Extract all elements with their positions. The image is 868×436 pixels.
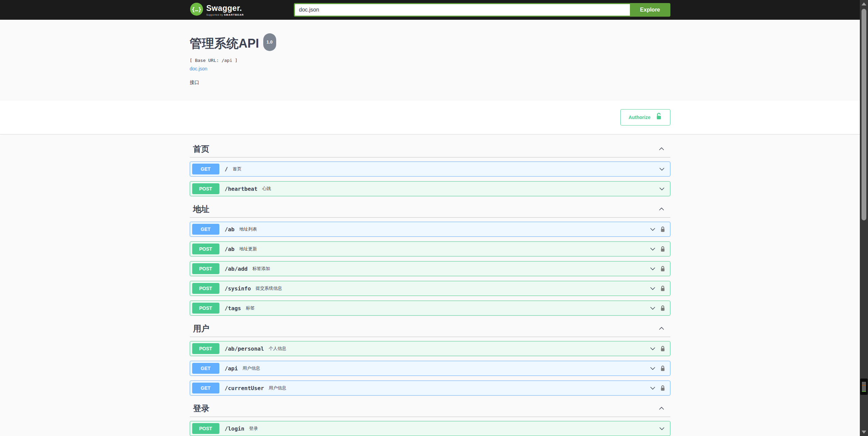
chevron-down-icon[interactable] bbox=[649, 345, 656, 352]
chevron-down-icon[interactable] bbox=[658, 166, 665, 172]
section-title: 首页 bbox=[193, 144, 210, 154]
operation-summary: 首页 bbox=[233, 166, 241, 172]
lock-icon[interactable] bbox=[660, 246, 665, 252]
operation-path: /login bbox=[225, 425, 245, 432]
api-description: 接口 bbox=[190, 80, 670, 86]
operation-path: /ab bbox=[225, 226, 235, 233]
spec-link[interactable]: doc.json bbox=[190, 66, 207, 71]
operation-summary: 心跳 bbox=[262, 186, 271, 192]
method-badge: POST bbox=[192, 423, 219, 434]
scheme-container: Authorize bbox=[0, 101, 860, 134]
operation-summary: 用户信息 bbox=[269, 385, 286, 391]
method-badge: GET bbox=[192, 383, 219, 393]
section-header[interactable]: 用户 bbox=[190, 320, 670, 337]
lock-icon[interactable] bbox=[660, 346, 665, 352]
section-header[interactable]: 首页 bbox=[190, 141, 670, 157]
scrollbar bbox=[860, 0, 868, 436]
chevron-up-icon[interactable] bbox=[658, 325, 665, 332]
authorize-label: Authorize bbox=[629, 114, 651, 121]
lock-icon[interactable] bbox=[660, 266, 665, 272]
operation-path: /currentUser bbox=[225, 385, 264, 391]
scrollbar-thumb[interactable] bbox=[862, 9, 866, 220]
tag-section: 首页GET/首页POST/heartbeat心跳 bbox=[190, 141, 670, 196]
operations: 首页GET/首页POST/heartbeat心跳地址GET/ab地址列表POST… bbox=[190, 141, 670, 436]
operation-summary: 地址更新 bbox=[239, 246, 257, 252]
operation-path: /sysinfo bbox=[225, 285, 251, 292]
brand-subtitle: Supported by SMARTBEAR bbox=[206, 13, 244, 16]
section-title: 地址 bbox=[193, 204, 210, 214]
lock-icon[interactable] bbox=[660, 226, 665, 233]
chevron-up-icon[interactable] bbox=[658, 206, 665, 213]
authorize-button[interactable]: Authorize bbox=[620, 109, 670, 125]
operation-row[interactable]: POST/tags标签 bbox=[190, 301, 670, 316]
scroll-minimap bbox=[860, 379, 868, 395]
operation-controls bbox=[649, 285, 670, 292]
operation-path: /ab bbox=[225, 246, 235, 252]
chevron-down-icon[interactable] bbox=[649, 285, 656, 292]
swagger-brand: {…} Swagger. Supported by SMARTBEAR bbox=[190, 2, 244, 17]
operation-row[interactable]: GET/ab地址列表 bbox=[190, 222, 670, 237]
lock-icon[interactable] bbox=[660, 385, 665, 391]
operation-path: /api bbox=[225, 365, 238, 372]
scrollbar-up-arrow[interactable] bbox=[862, 2, 866, 5]
operation-path: /ab/add bbox=[225, 266, 248, 272]
operation-row[interactable]: POST/heartbeat心跳 bbox=[190, 181, 670, 196]
section-title: 用户 bbox=[193, 324, 210, 333]
chevron-down-icon[interactable] bbox=[649, 365, 656, 372]
operation-controls bbox=[649, 226, 670, 233]
operation-row[interactable]: POST/ab/personal个人信息 bbox=[190, 341, 670, 356]
api-title: 管理系统API1.0 bbox=[190, 36, 670, 55]
operation-summary: 用户信息 bbox=[243, 365, 260, 371]
unlock-icon bbox=[655, 113, 662, 122]
operation-summary: 标签 bbox=[246, 305, 255, 311]
method-badge: POST bbox=[192, 263, 219, 274]
section-header[interactable]: 登录 bbox=[190, 400, 670, 417]
operation-path: /heartbeat bbox=[225, 186, 257, 192]
tag-section: 登录POST/login登录POST/loginout登录状态 bbox=[190, 400, 670, 436]
method-badge: POST bbox=[192, 343, 219, 354]
operation-summary: 地址列表 bbox=[239, 226, 257, 232]
swagger-ui-page: {…} Swagger. Supported by SMARTBEAR Expl… bbox=[0, 0, 860, 436]
chevron-up-icon[interactable] bbox=[658, 405, 665, 412]
operation-row[interactable]: POST/ab地址更新 bbox=[190, 241, 670, 256]
tag-section: 地址GET/ab地址列表POST/ab地址更新POST/ab/add标签添加PO… bbox=[190, 201, 670, 316]
chevron-up-icon[interactable] bbox=[658, 146, 665, 152]
topbar: {…} Swagger. Supported by SMARTBEAR Expl… bbox=[0, 0, 860, 20]
operation-summary: 个人信息 bbox=[269, 346, 286, 352]
operation-controls bbox=[658, 185, 670, 192]
method-badge: POST bbox=[192, 244, 219, 254]
operation-controls bbox=[649, 365, 670, 372]
method-badge: POST bbox=[192, 283, 219, 294]
operation-path: /tags bbox=[225, 305, 241, 312]
lock-icon[interactable] bbox=[660, 365, 665, 372]
scrollbar-down-arrow[interactable] bbox=[862, 431, 866, 434]
operation-row[interactable]: GET/首页 bbox=[190, 162, 670, 177]
chevron-down-icon[interactable] bbox=[649, 226, 656, 233]
chevron-down-icon[interactable] bbox=[649, 305, 656, 312]
operation-row[interactable]: POST/sysinfo提交系统信息 bbox=[190, 281, 670, 296]
operation-row[interactable]: GET/api用户信息 bbox=[190, 361, 670, 376]
operation-row[interactable]: POST/login登录 bbox=[190, 421, 670, 436]
chevron-down-icon[interactable] bbox=[658, 185, 665, 192]
chevron-down-icon[interactable] bbox=[649, 246, 656, 252]
operation-row[interactable]: GET/currentUser用户信息 bbox=[190, 381, 670, 396]
method-badge: GET bbox=[192, 363, 219, 374]
chevron-down-icon[interactable] bbox=[649, 385, 656, 391]
operation-path: /ab/personal bbox=[225, 346, 264, 352]
method-badge: POST bbox=[192, 303, 219, 314]
chevron-down-icon[interactable] bbox=[658, 425, 665, 432]
operation-controls bbox=[649, 385, 670, 391]
explore-button[interactable]: Explore bbox=[630, 3, 670, 17]
chevron-down-icon[interactable] bbox=[649, 265, 656, 272]
spec-url-input[interactable] bbox=[294, 3, 630, 17]
lock-icon[interactable] bbox=[660, 285, 665, 292]
operation-controls bbox=[658, 166, 670, 172]
lock-icon[interactable] bbox=[660, 305, 665, 312]
operation-summary: 标签添加 bbox=[252, 266, 270, 272]
method-badge: POST bbox=[192, 183, 219, 194]
section-title: 登录 bbox=[193, 404, 210, 413]
section-header[interactable]: 地址 bbox=[190, 201, 670, 218]
tag-section: 用户POST/ab/personal个人信息GET/api用户信息GET/cur… bbox=[190, 320, 670, 396]
operation-row[interactable]: POST/ab/add标签添加 bbox=[190, 261, 670, 276]
operation-controls bbox=[649, 246, 670, 252]
